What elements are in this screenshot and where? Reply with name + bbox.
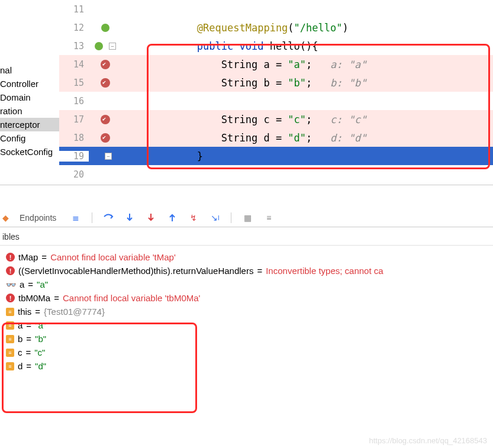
sidebar-item[interactable]: Controller: [0, 77, 59, 91]
line-number[interactable]: 11: [59, 4, 89, 15]
gutter-icons[interactable]: [89, 24, 122, 32]
drop-frame-icon[interactable]: ↯: [188, 212, 199, 223]
code-content[interactable]: String d = "d"; d: "d": [122, 132, 493, 144]
equals: =: [26, 347, 31, 357]
line-number[interactable]: 13: [59, 41, 89, 51]
variable-row[interactable]: !tMap = Cannot find local variable 'tMap…: [0, 250, 493, 264]
breakpoint-icon[interactable]: [101, 115, 110, 124]
equals: =: [26, 320, 31, 330]
equals: =: [28, 279, 33, 289]
step-out-icon[interactable]: [167, 212, 178, 223]
breakpoint-icon[interactable]: [101, 78, 110, 88]
code-line[interactable]: 12 @RequestMapping("/hello"): [59, 18, 493, 37]
code-content[interactable]: }: [122, 150, 493, 162]
fold-icon[interactable]: −: [105, 153, 112, 160]
code-line[interactable]: 13− public void hello(){: [59, 37, 493, 55]
variables-header: ibles: [0, 227, 493, 246]
run-to-cursor-icon[interactable]: ↘I: [210, 212, 220, 223]
line-number[interactable]: 18: [59, 133, 89, 143]
sidebar-item[interactable]: SocketConfig: [0, 145, 59, 159]
gutter-icons[interactable]: −: [89, 153, 122, 160]
breakpoint-icon[interactable]: [101, 133, 110, 143]
line-number[interactable]: 19: [59, 151, 89, 162]
gutter-icons[interactable]: [89, 115, 122, 124]
gutter-icons[interactable]: −: [89, 42, 122, 50]
variable-name: this: [18, 307, 31, 317]
code-editor[interactable]: 1112 @RequestMapping("/hello")13− public…: [59, 0, 493, 183]
line-number[interactable]: 14: [59, 59, 89, 70]
error-icon: !: [6, 253, 15, 262]
sidebar-item[interactable]: nal: [0, 63, 59, 77]
variable-row[interactable]: ≡this = {Test01@7774}: [0, 305, 493, 318]
watch-icon: 👓: [6, 280, 16, 289]
field-icon: ≡: [6, 349, 14, 357]
equals: =: [26, 334, 31, 344]
endpoints-tab[interactable]: Endpoints: [20, 213, 56, 223]
variables-list[interactable]: !tMap = Cannot find local variable 'tMap…: [0, 250, 493, 373]
force-step-into-icon[interactable]: [146, 212, 156, 223]
field-icon: ≡: [6, 321, 14, 330]
spring-icon[interactable]: [101, 24, 109, 32]
evaluate-icon[interactable]: ▦: [242, 212, 253, 223]
code-line[interactable]: 14 String a = "a"; a: "a": [59, 55, 493, 73]
variable-value: Cannot find local variable 'tbM0Ma': [63, 293, 201, 303]
spring-icon[interactable]: [95, 42, 103, 50]
code-content[interactable]: String a = "a"; a: "a": [122, 59, 493, 70]
project-tree[interactable]: nal Controller Domain ration nterceptor …: [0, 0, 59, 183]
variable-value: Cannot find local variable 'tMap': [50, 252, 176, 262]
variable-value: "c": [34, 347, 45, 357]
code-line[interactable]: 11: [59, 0, 493, 18]
breakpoint-icon[interactable]: [101, 60, 110, 69]
line-number[interactable]: 20: [59, 169, 89, 180]
code-content[interactable]: String c = "c"; c: "c": [122, 114, 493, 125]
step-over-icon[interactable]: [103, 212, 114, 223]
sidebar-item-interceptor[interactable]: nterceptor: [0, 118, 59, 131]
line-number[interactable]: 16: [59, 96, 89, 107]
variable-row[interactable]: ≡b = "b": [0, 332, 493, 346]
variable-name: b: [18, 334, 22, 344]
gutter-icons[interactable]: [89, 133, 122, 143]
variable-value: "b": [35, 334, 46, 344]
code-line[interactable]: 20: [59, 165, 493, 183]
line-number[interactable]: 12: [59, 22, 89, 33]
code-line[interactable]: 18 String d = "d"; d: "d": [59, 128, 493, 147]
equals: =: [35, 307, 40, 317]
line-number[interactable]: 15: [59, 78, 89, 88]
field-icon: ≡: [6, 308, 14, 316]
sidebar-item[interactable]: Domain: [0, 91, 59, 104]
variable-name: c: [18, 347, 22, 357]
variable-value: "d": [35, 361, 46, 371]
variable-row[interactable]: ≡d = "d": [0, 359, 493, 373]
code-line[interactable]: 17 String c = "c"; c: "c": [59, 110, 493, 128]
code-line[interactable]: 19− }: [59, 147, 493, 165]
variable-value: "a": [37, 279, 48, 289]
code-content[interactable]: public void hello(){: [122, 40, 493, 52]
error-icon: !: [6, 266, 15, 275]
variable-value: "a": [35, 320, 46, 330]
line-number[interactable]: 17: [59, 114, 89, 125]
variable-name: tbM0Ma: [18, 293, 50, 303]
field-icon: ≡: [6, 362, 14, 370]
fold-icon[interactable]: −: [109, 43, 116, 50]
variable-row[interactable]: ≡a = "a": [0, 318, 493, 332]
code-line[interactable]: 15 String b = "b"; b: "b": [59, 73, 493, 92]
code-content[interactable]: @RequestMapping("/hello"): [122, 22, 493, 34]
variable-name: d: [18, 361, 22, 371]
sidebar-item[interactable]: ration: [0, 104, 59, 118]
code-line[interactable]: 16: [59, 92, 493, 110]
variable-row[interactable]: ≡c = "c": [0, 346, 493, 359]
step-into-icon[interactable]: [124, 212, 135, 223]
variable-row[interactable]: !tbM0Ma = Cannot find local variable 'tb…: [0, 291, 493, 305]
variable-value: Inconvertible types; cannot ca: [266, 266, 383, 276]
sidebar-item[interactable]: Config: [0, 131, 59, 145]
code-content[interactable]: String b = "b"; b: "b": [122, 77, 493, 89]
variable-row[interactable]: 👓a = "a": [0, 278, 493, 291]
equals: =: [26, 361, 31, 371]
separator: [231, 212, 231, 223]
gutter-icons[interactable]: [89, 78, 122, 88]
variable-row[interactable]: !((ServletInvocableHandlerMethod)this).r…: [0, 264, 493, 278]
trace-icon[interactable]: ≡: [263, 212, 274, 223]
gutter-icons[interactable]: [89, 60, 122, 69]
separator: [92, 212, 92, 223]
stack-icon[interactable]: ≣: [70, 212, 81, 223]
